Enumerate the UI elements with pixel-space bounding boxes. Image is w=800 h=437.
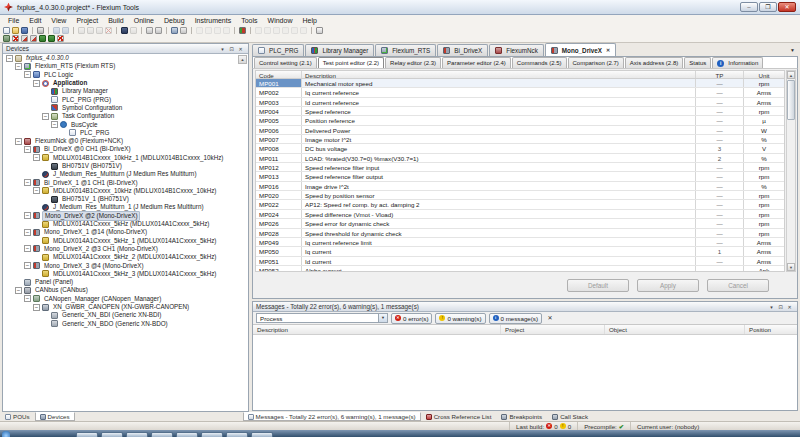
virtual-keyboard-icon[interactable] xyxy=(316,27,323,34)
delete-config-icon[interactable] xyxy=(12,35,19,42)
editor-tab-status[interactable]: Status xyxy=(684,57,711,68)
open-project-icon[interactable] xyxy=(12,27,19,34)
build-icon[interactable] xyxy=(180,27,187,34)
panel-tab-cross-reference-list[interactable]: Cross Reference List xyxy=(421,412,497,421)
tree-item[interactable]: Symbol Configuration xyxy=(3,104,248,112)
delete-icon[interactable] xyxy=(105,27,112,34)
tree-item[interactable]: Generic_XN_BDO (Generic XN-BDO) xyxy=(3,320,248,328)
tree-item[interactable]: J_Medium_Res_Multiturn (J Medium Res Mul… xyxy=(3,170,248,178)
messages-close-icon[interactable]: ✕ xyxy=(785,304,794,310)
menu-window[interactable]: Window xyxy=(263,17,298,24)
monitor-icon[interactable] xyxy=(171,27,178,34)
column-header-code[interactable]: Code xyxy=(256,71,302,78)
io-mapping-icon[interactable] xyxy=(3,35,10,42)
editor-tab-commands-2-5-[interactable]: Commands (2.5) xyxy=(512,57,567,68)
collapse-icon[interactable]: − xyxy=(15,63,22,70)
collapse-icon[interactable]: − xyxy=(15,287,22,294)
taskbar-button[interactable] xyxy=(101,432,123,437)
find-icon[interactable] xyxy=(121,27,128,34)
panel-tab-breakpoints[interactable]: Breakpoints xyxy=(496,412,547,421)
tree-item[interactable]: −FlexumNck @0 (Flexium+NCK) xyxy=(3,137,248,145)
breakpoint-icon[interactable] xyxy=(291,27,298,34)
errors-filter-button[interactable]: ✕ 0 error(s) xyxy=(391,313,432,324)
table-row[interactable]: MP007Image motor I^2t—% xyxy=(256,135,784,144)
copy-icon[interactable] xyxy=(87,27,94,34)
tab-list-dropdown-icon[interactable]: ▼ xyxy=(787,45,798,56)
column-header-tp[interactable]: TP xyxy=(696,71,744,78)
tab-flexumnck[interactable]: FlexumNck xyxy=(489,44,544,56)
messages-column-description[interactable]: Description xyxy=(253,325,501,334)
editor-tab-axis-address-2-8-[interactable]: Axis address (2.8) xyxy=(625,57,683,68)
collapse-icon[interactable]: − xyxy=(24,229,31,236)
write-protect-on-icon[interactable] xyxy=(21,35,28,42)
editor-tab-comparison-2-7-[interactable]: Comparison (2.7) xyxy=(568,57,624,68)
collapse-icon[interactable]: − xyxy=(24,146,31,153)
tree-item[interactable]: Generic_XN_BDI (Generic XN-BDI) xyxy=(3,311,248,319)
minimize-button[interactable]: – xyxy=(740,2,758,12)
step-out-icon[interactable] xyxy=(273,27,280,34)
find-next-icon[interactable] xyxy=(130,27,137,34)
save-icon[interactable] xyxy=(21,27,28,34)
messages-column-object[interactable]: Object xyxy=(605,325,745,334)
tree-item[interactable]: PLC_PRG (PRG) xyxy=(3,95,248,103)
taskbar-button[interactable] xyxy=(176,432,198,437)
editor-tab-parameter-editor-2-4-[interactable]: Parameter editor (2.4) xyxy=(442,57,511,68)
table-row[interactable]: MP022AP12: Speed ref comp. by act. dampi… xyxy=(256,200,784,209)
collapse-icon[interactable]: − xyxy=(33,187,40,194)
tree-item[interactable]: BH0751V (BH0751V) xyxy=(3,162,248,170)
stop-icon[interactable] xyxy=(223,27,230,34)
tab-bi_drivex[interactable]: Bi_DriveX xyxy=(437,44,488,56)
tab-close-icon[interactable]: ✕ xyxy=(606,47,610,53)
collapse-icon[interactable]: − xyxy=(24,179,31,186)
taskbar-button[interactable] xyxy=(226,432,248,437)
clear-messages-icon[interactable]: ✕ xyxy=(545,313,555,323)
table-row[interactable]: MP016Image drive I^2t—% xyxy=(256,182,784,191)
project-settings-icon[interactable] xyxy=(146,27,153,34)
tree-item[interactable]: −Flexium_RTS (Flexium RTS) xyxy=(3,62,248,70)
collapse-icon[interactable]: − xyxy=(33,154,40,161)
online-params-icon[interactable] xyxy=(39,35,46,42)
column-header-description[interactable]: Description xyxy=(302,71,696,78)
reset-icon[interactable] xyxy=(282,27,289,34)
messages-pin-icon[interactable]: ⊡ xyxy=(776,304,785,310)
menu-online[interactable]: Online xyxy=(129,17,159,24)
table-row[interactable]: MP003Id current reference—Arms xyxy=(256,98,784,107)
menu-build[interactable]: Build xyxy=(103,17,129,24)
table-row[interactable]: MP026Speed error for dynamic check—rpm xyxy=(256,219,784,228)
table-row[interactable]: MP006Delivered Power—W xyxy=(256,126,784,135)
menu-view[interactable]: View xyxy=(46,17,71,24)
tree-item[interactable]: −MDLUX014B1Cxxxx_10kHz_1 (MDLUX014B1Cxxx… xyxy=(3,154,248,162)
editor-tab-test-point-editor-2-2-[interactable]: Test point editor (2.2) xyxy=(318,57,384,68)
table-row[interactable]: MP001Mechanical motor speed—rpm xyxy=(256,79,784,88)
paste-icon[interactable] xyxy=(96,27,103,34)
tree-item[interactable]: −Task Configuration xyxy=(3,112,248,120)
step-over-icon[interactable] xyxy=(255,27,262,34)
column-header-unit[interactable]: Unit xyxy=(744,71,784,78)
collapse-icon[interactable]: − xyxy=(24,245,31,252)
clear-errors-icon[interactable] xyxy=(57,35,64,42)
collapse-icon[interactable]: − xyxy=(6,55,13,62)
table-row[interactable]: MP049Iq current reference limit—Arms xyxy=(256,238,784,247)
table-row[interactable]: MP013Speed reference filter output—rpm xyxy=(256,172,784,181)
tree-item[interactable]: −Bi_DriveX_1 @1 CH1 (Bi-DriveX) xyxy=(3,178,248,186)
panel-tab-messages-totally-22-[interactable]: Messages - Totally 22 error(s), 6 warnin… xyxy=(243,412,421,421)
tree-item[interactable]: BH0751V_1 (BH0751V) xyxy=(3,195,248,203)
online-values-icon[interactable] xyxy=(48,35,55,42)
collapse-icon[interactable]: − xyxy=(15,138,22,145)
devices-dropdown-icon[interactable]: ▾ xyxy=(218,46,227,52)
table-row[interactable]: MP005Position reference—µ xyxy=(256,116,784,125)
taskbar-button[interactable] xyxy=(126,432,148,437)
write-protect-off-icon[interactable] xyxy=(30,35,37,42)
tree-item[interactable]: −CANbus (CANbus) xyxy=(3,286,248,294)
tab-flexium_rts[interactable]: Flexium_RTS xyxy=(375,44,436,56)
tree-item[interactable]: PLC_PRG xyxy=(3,129,248,137)
print-icon[interactable] xyxy=(37,27,44,34)
table-row[interactable]: MP051Id current—Arms xyxy=(256,257,784,266)
cancel-button[interactable]: Cancel xyxy=(707,279,769,292)
scrollbar-thumb[interactable] xyxy=(787,80,795,120)
messages-column-position[interactable]: Position xyxy=(745,325,797,334)
tree-item[interactable]: −BusCycle xyxy=(3,120,248,128)
login-icon[interactable] xyxy=(196,27,203,34)
menu-file[interactable]: File xyxy=(3,17,24,24)
bottom-tab-devices[interactable]: Devices xyxy=(35,412,75,421)
